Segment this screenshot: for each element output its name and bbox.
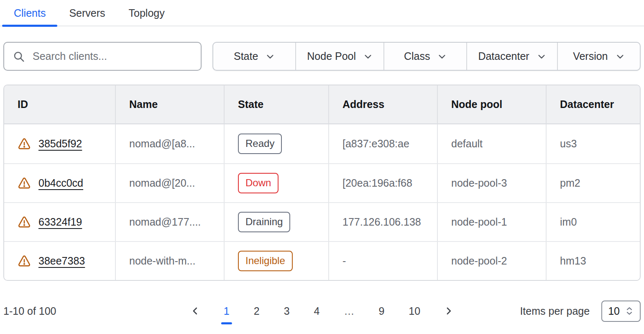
- client-id-link[interactable]: 385d5f92: [38, 138, 82, 150]
- client-address: [a837:e308:ae: [328, 124, 437, 163]
- tab-clients[interactable]: Clients: [2, 0, 57, 26]
- client-node-pool: node-pool-1: [437, 202, 546, 241]
- chevron-right-icon: [444, 306, 454, 316]
- table-header: ID Name State Address Node pool Datacent…: [4, 85, 640, 124]
- controls-row: State Node Pool Class Datacenter Version: [3, 42, 641, 71]
- chevron-down-icon: [616, 52, 625, 61]
- warning-triangle-icon: [18, 254, 31, 268]
- filter-node-pool-label: Node Pool: [307, 50, 356, 62]
- table-row: 38ee7383 node-with-m... Ineligible - nod…: [4, 241, 640, 280]
- client-address: [20ea:196a:f68: [328, 163, 437, 202]
- clients-table: ID Name State Address Node pool Datacent…: [3, 85, 641, 281]
- page-number-2[interactable]: 2: [251, 305, 262, 317]
- client-id-cell: 0b4cc0cd: [18, 177, 102, 190]
- pager: 1 2 3 4 … 9 10: [189, 304, 455, 318]
- client-id-cell: 385d5f92: [18, 137, 102, 151]
- col-header-name: Name: [115, 85, 224, 124]
- page-number-10[interactable]: 10: [406, 305, 423, 317]
- table-row: 385d5f92 nomad@[a8... Ready [a837:e308:a…: [4, 124, 640, 163]
- state-badge: Down: [238, 173, 279, 193]
- client-datacenter: im0: [546, 202, 640, 241]
- page-number-4[interactable]: 4: [312, 305, 322, 317]
- warning-triangle-icon: [18, 216, 31, 229]
- client-datacenter: hm13: [546, 241, 640, 280]
- client-name: nomad@[a8...: [115, 124, 224, 163]
- client-name: nomad@177....: [115, 202, 224, 241]
- page-number-1[interactable]: 1: [221, 305, 232, 317]
- client-datacenter: pm2: [546, 163, 640, 202]
- client-node-pool: node-pool-3: [437, 163, 546, 202]
- client-id-cell: 63324f19: [18, 216, 102, 229]
- col-header-datacenter: Datacenter: [546, 85, 640, 124]
- search-icon: [13, 50, 25, 63]
- col-header-id: ID: [4, 85, 115, 124]
- tab-toplogy[interactable]: Toplogy: [117, 0, 176, 26]
- client-node-pool: default: [437, 124, 546, 163]
- items-per-page-value: 10: [608, 305, 620, 317]
- filter-state-label: State: [234, 50, 258, 62]
- client-address: -: [328, 241, 437, 280]
- up-down-chevrons-icon: [625, 306, 634, 316]
- col-header-address: Address: [328, 85, 437, 124]
- col-header-node-pool: Node pool: [437, 85, 546, 124]
- col-header-state: State: [224, 85, 328, 124]
- pagination-ellipsis: …: [341, 305, 357, 317]
- client-id-link[interactable]: 63324f19: [38, 216, 82, 228]
- state-badge: Ready: [238, 134, 282, 154]
- client-id-link[interactable]: 38ee7383: [38, 255, 85, 267]
- client-address: 177.126.106.138: [328, 202, 437, 241]
- client-datacenter: us3: [546, 124, 640, 163]
- items-per-page: Items per page 10: [520, 301, 641, 322]
- filter-node-pool[interactable]: Node Pool: [295, 43, 383, 70]
- search-input[interactable]: [32, 50, 192, 63]
- filter-class-label: Class: [404, 50, 430, 62]
- chevron-down-icon: [266, 52, 275, 61]
- chevron-left-icon: [190, 306, 200, 316]
- state-badge: Ineligible: [238, 251, 293, 271]
- warning-triangle-icon: [18, 177, 31, 190]
- items-per-page-select[interactable]: 10: [601, 301, 641, 322]
- prev-page-button[interactable]: [189, 304, 202, 318]
- items-per-page-label: Items per page: [520, 305, 590, 317]
- chevron-down-icon: [363, 52, 373, 61]
- filter-datacenter-label: Datacenter: [478, 50, 529, 62]
- filter-version-label: Version: [573, 50, 608, 62]
- client-node-pool: node-pool-2: [437, 241, 546, 280]
- page-number-9[interactable]: 9: [376, 305, 387, 317]
- pagination-bar: 1-10 of 100 1 2 3 4 … 9 10 Items per pag…: [3, 298, 641, 324]
- table-row: 0b4cc0cd nomad@[20... Down [20ea:196a:f6…: [4, 163, 640, 202]
- page-number-3[interactable]: 3: [281, 305, 292, 317]
- client-id-link[interactable]: 0b4cc0cd: [38, 177, 83, 189]
- client-name: nomad@[20...: [115, 163, 224, 202]
- chevron-down-icon: [537, 52, 546, 61]
- filter-class[interactable]: Class: [383, 43, 466, 70]
- table-row: 63324f19 nomad@177.... Draining 177.126.…: [4, 202, 640, 241]
- filter-state[interactable]: State: [213, 43, 295, 70]
- chevron-down-icon: [437, 52, 447, 61]
- search-box: [3, 42, 202, 71]
- state-badge: Draining: [238, 212, 290, 232]
- client-id-cell: 38ee7383: [18, 254, 102, 268]
- warning-triangle-icon: [18, 137, 31, 151]
- results-summary: 1-10 of 100: [3, 305, 56, 317]
- tab-servers[interactable]: Servers: [57, 0, 117, 26]
- client-name: node-with-m...: [115, 241, 224, 280]
- tab-bar: Clients Servers Toplogy: [0, 0, 644, 26]
- filter-datacenter[interactable]: Datacenter: [466, 43, 557, 70]
- filter-version[interactable]: Version: [557, 43, 640, 70]
- filter-group: State Node Pool Class Datacenter Version: [212, 42, 641, 71]
- clients-page: Clients Servers Toplogy State Node Pool …: [0, 0, 644, 324]
- next-page-button[interactable]: [442, 304, 455, 318]
